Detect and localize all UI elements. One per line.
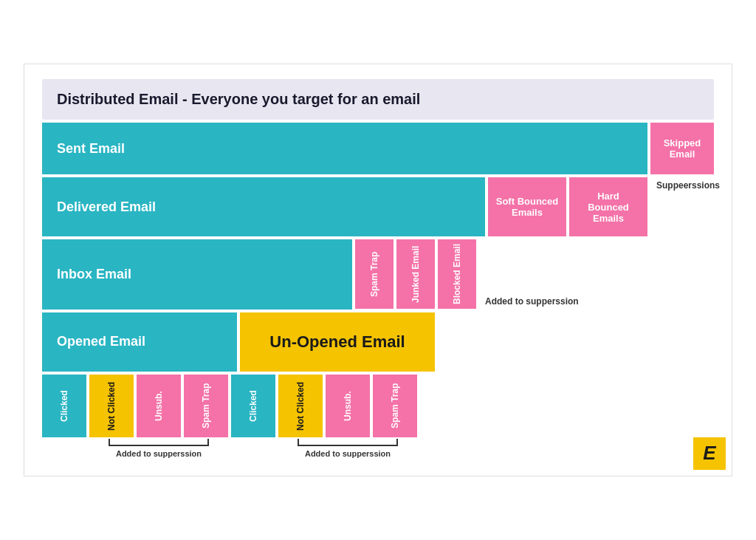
not-clicked2-block: Not Clicked xyxy=(278,375,323,437)
spam-trap1-block: Spam Trap xyxy=(184,375,228,437)
not-clicked1-label: Not Clicked xyxy=(106,381,117,430)
page-title: Distributed Email - Everyone you target … xyxy=(57,91,699,108)
unsub1-label: Unsub. xyxy=(154,391,164,421)
row4: Opened Email Un-Opened Email xyxy=(42,312,714,372)
clicked1-label: Clicked xyxy=(59,390,69,422)
bracket2 xyxy=(298,439,398,446)
suppressions-label-container: Suppeerssions xyxy=(650,177,726,236)
not-clicked1-block: Not Clicked xyxy=(89,375,134,437)
added-to-suppression-label: Added to supperssion xyxy=(485,296,708,307)
inbox-email-label: Inbox Email xyxy=(57,267,131,282)
logo-badge: E xyxy=(693,437,726,470)
clicked2-block: Clicked xyxy=(231,375,275,437)
unsub1-block: Unsub. xyxy=(137,375,181,437)
row3: Inbox Email Spam Trap Junked Email Block… xyxy=(42,239,714,309)
delivered-email-label: Delivered Email xyxy=(57,199,156,215)
opened-subgroup: Clicked Not Clicked Unsub. Spam Trap Ad xyxy=(42,375,228,458)
opened-email-label: Opened Email xyxy=(57,334,145,349)
not-clicked2-label: Not Clicked xyxy=(295,381,306,430)
unopened-sub-blocks: Clicked Not Clicked Unsub. Spam Trap xyxy=(231,375,417,437)
sent-email-label: Sent Email xyxy=(57,141,125,157)
junked-email-label: Junked Email xyxy=(410,246,421,303)
sent-email-block: Sent Email xyxy=(42,123,647,174)
row5-outer: Clicked Not Clicked Unsub. Spam Trap Ad xyxy=(42,375,714,458)
row3-right-label: Added to supperssion xyxy=(479,239,714,309)
spam-trap1-label: Spam Trap xyxy=(201,383,211,428)
suppression-annotation1: Added to supperssion xyxy=(42,439,228,458)
suppression-note2: Added to supperssion xyxy=(305,449,391,458)
row2: Delivered Email Soft Bounced Emails Hard… xyxy=(42,177,714,236)
clicked2-label: Clicked xyxy=(248,390,258,422)
clicked1-block: Clicked xyxy=(42,375,86,437)
unsub2-block: Unsub. xyxy=(326,375,370,437)
soft-bounce-block: Soft Bounced Emails xyxy=(488,177,566,236)
spam-trap-block: Spam Trap xyxy=(355,239,394,309)
opened-sub-blocks: Clicked Not Clicked Unsub. Spam Trap xyxy=(42,375,228,437)
logo-letter: E xyxy=(703,442,715,465)
diagram: Sent Email Skipped Email Delivered Email… xyxy=(42,123,714,457)
hard-bounce-block: Hard Bounced Emails xyxy=(569,177,647,236)
delivered-email-block: Delivered Email xyxy=(42,177,485,236)
spam-trap2-block: Spam Trap xyxy=(373,375,417,437)
title-bar: Distributed Email - Everyone you target … xyxy=(42,79,714,120)
skipped-email-block: Skipped Email xyxy=(650,123,714,174)
skipped-email-label: Skipped Email xyxy=(658,137,707,160)
suppressions-label: Suppeerssions xyxy=(656,180,720,191)
unopened-subgroup: Clicked Not Clicked Unsub. Spam Trap Ad xyxy=(231,375,417,458)
hard-bounce-label: Hard Bounced Emails xyxy=(577,191,640,224)
inbox-email-block: Inbox Email xyxy=(42,239,352,309)
junked-email-block: Junked Email xyxy=(396,239,435,309)
bracket1 xyxy=(109,439,209,446)
suppression-annotation2: Added to supperssion xyxy=(231,439,417,458)
row1: Sent Email Skipped Email xyxy=(42,123,714,174)
soft-bounce-label: Soft Bounced Emails xyxy=(495,196,559,218)
unopened-email-block: Un-Opened Email xyxy=(240,312,435,372)
opened-email-block: Opened Email xyxy=(42,312,237,372)
blocked-email-block: Blocked Email xyxy=(438,239,476,309)
suppression-note1: Added to supperssion xyxy=(116,449,202,458)
unopened-email-label: Un-Opened Email xyxy=(269,332,405,352)
spam-trap-label: Spam Trap xyxy=(369,252,379,297)
blocked-email-label: Blocked Email xyxy=(452,244,462,304)
page-wrapper: Distributed Email - Everyone you target … xyxy=(24,64,732,476)
bounce-blocks: Soft Bounced Emails Hard Bounced Emails xyxy=(488,177,647,236)
spam-trap2-label: Spam Trap xyxy=(390,383,400,428)
unsub2-label: Unsub. xyxy=(343,391,353,421)
inbox-side-blocks: Spam Trap Junked Email Blocked Email xyxy=(355,239,476,309)
